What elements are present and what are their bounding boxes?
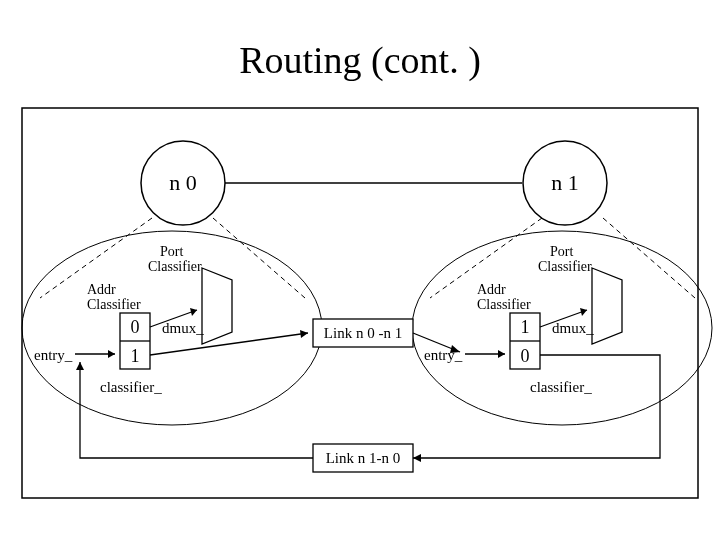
path-linkback-to-n0	[80, 362, 313, 458]
addr-slot-top-right: 1	[521, 317, 530, 337]
svg-line-9	[150, 333, 308, 355]
link-label-back: Link n 1-n 0	[326, 450, 401, 466]
port-label-left-l2: Classifier	[148, 259, 202, 274]
addr-label-left-l1: Addr	[87, 282, 116, 297]
port-label-left-l1: Port	[160, 244, 183, 259]
svg-marker-14	[76, 362, 84, 370]
addr-slot-bot-right: 0	[521, 346, 530, 366]
addr-label-left-l2: Classifier	[87, 297, 141, 312]
addr-slot-bot-left: 1	[131, 346, 140, 366]
svg-marker-13	[413, 454, 421, 462]
port-label-right-l1: Port	[550, 244, 573, 259]
svg-marker-6	[580, 308, 587, 316]
addr-slot-top-left: 0	[131, 317, 140, 337]
addr-label-right-l2: Classifier	[477, 297, 531, 312]
entry-label-left: entry_	[34, 347, 73, 363]
addr-label-right-l1: Addr	[477, 282, 506, 297]
link-label-forward: Link n 0 -n 1	[324, 325, 402, 341]
dmux-label-right: dmux_	[552, 320, 594, 336]
svg-marker-8	[498, 350, 505, 358]
node-label-n1: n 1	[551, 170, 579, 195]
port-classifier-right	[592, 268, 622, 344]
node-label-n0: n 0	[169, 170, 197, 195]
dmux-label-left: dmux_	[162, 320, 204, 336]
diagram-canvas: n 0 Port Classifier Addr Classifier 0 1 …	[0, 0, 720, 540]
port-classifier-left	[202, 268, 232, 344]
port-label-right-l2: Classifier	[538, 259, 592, 274]
svg-marker-10	[300, 330, 308, 338]
classifier-label-left: classifier_	[100, 379, 162, 395]
path-n1-to-linkback	[413, 355, 660, 458]
classifier-label-right: classifier_	[530, 379, 592, 395]
svg-marker-3	[108, 350, 115, 358]
svg-marker-1	[190, 308, 197, 316]
